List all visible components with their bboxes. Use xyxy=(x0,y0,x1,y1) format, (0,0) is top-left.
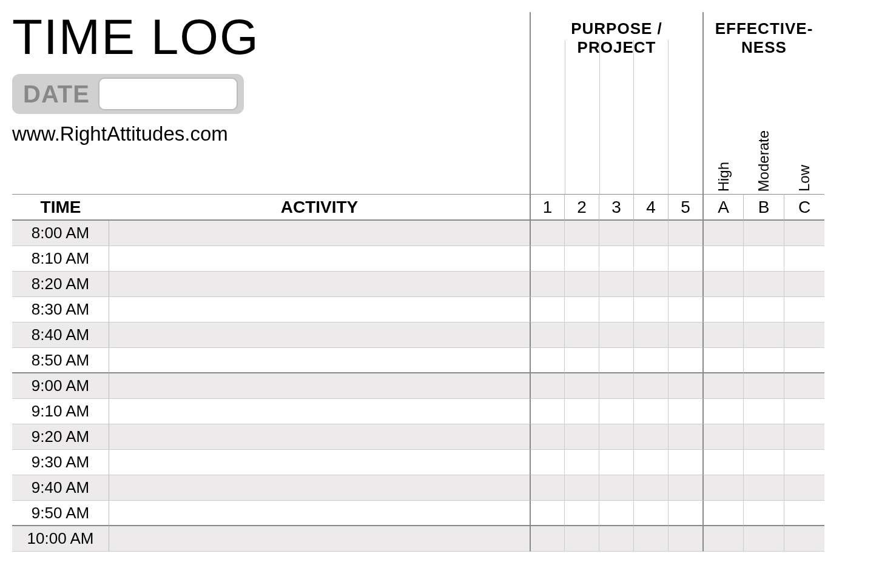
purpose-2-cell[interactable] xyxy=(564,501,599,526)
eff-c-cell[interactable] xyxy=(784,373,824,399)
eff-b-cell[interactable] xyxy=(743,424,784,450)
purpose-4-cell[interactable] xyxy=(633,475,668,501)
purpose-1-cell[interactable] xyxy=(530,272,564,297)
eff-c-cell[interactable] xyxy=(784,424,824,450)
purpose-3-cell[interactable] xyxy=(599,221,633,246)
purpose-1-cell[interactable] xyxy=(530,373,564,399)
purpose-4-cell[interactable] xyxy=(633,501,668,526)
eff-c-cell[interactable] xyxy=(784,399,824,424)
purpose-5-cell[interactable] xyxy=(668,348,702,373)
eff-a-cell[interactable] xyxy=(702,450,743,475)
eff-c-cell[interactable] xyxy=(784,475,824,501)
eff-b-cell[interactable] xyxy=(743,450,784,475)
purpose-3-cell[interactable] xyxy=(599,322,633,348)
activity-cell[interactable] xyxy=(109,373,530,399)
purpose-2-cell[interactable] xyxy=(564,272,599,297)
eff-c-cell[interactable] xyxy=(784,322,824,348)
eff-a-cell[interactable] xyxy=(702,272,743,297)
activity-cell[interactable] xyxy=(109,272,530,297)
eff-b-cell[interactable] xyxy=(743,322,784,348)
activity-cell[interactable] xyxy=(109,246,530,272)
purpose-5-cell[interactable] xyxy=(668,246,702,272)
eff-b-cell[interactable] xyxy=(743,373,784,399)
eff-c-cell[interactable] xyxy=(784,526,824,552)
purpose-3-cell[interactable] xyxy=(599,272,633,297)
purpose-2-cell[interactable] xyxy=(564,348,599,373)
purpose-1-cell[interactable] xyxy=(530,348,564,373)
eff-a-cell[interactable] xyxy=(702,221,743,246)
purpose-2-cell[interactable] xyxy=(564,221,599,246)
eff-a-cell[interactable] xyxy=(702,526,743,552)
purpose-5-cell[interactable] xyxy=(668,501,702,526)
activity-cell[interactable] xyxy=(109,348,530,373)
purpose-1-cell[interactable] xyxy=(530,526,564,552)
purpose-3-cell[interactable] xyxy=(599,450,633,475)
purpose-5-cell[interactable] xyxy=(668,450,702,475)
eff-b-cell[interactable] xyxy=(743,272,784,297)
purpose-5-cell[interactable] xyxy=(668,322,702,348)
eff-c-cell[interactable] xyxy=(784,348,824,373)
eff-b-cell[interactable] xyxy=(743,526,784,552)
eff-b-cell[interactable] xyxy=(743,501,784,526)
purpose-4-cell[interactable] xyxy=(633,399,668,424)
activity-cell[interactable] xyxy=(109,526,530,552)
date-input[interactable] xyxy=(98,78,238,110)
eff-a-cell[interactable] xyxy=(702,501,743,526)
eff-b-cell[interactable] xyxy=(743,348,784,373)
eff-b-cell[interactable] xyxy=(743,246,784,272)
purpose-3-cell[interactable] xyxy=(599,297,633,322)
purpose-4-cell[interactable] xyxy=(633,297,668,322)
purpose-3-cell[interactable] xyxy=(599,246,633,272)
purpose-3-cell[interactable] xyxy=(599,501,633,526)
purpose-4-cell[interactable] xyxy=(633,424,668,450)
eff-a-cell[interactable] xyxy=(702,348,743,373)
purpose-4-cell[interactable] xyxy=(633,373,668,399)
purpose-5-cell[interactable] xyxy=(668,297,702,322)
purpose-2-cell[interactable] xyxy=(564,526,599,552)
purpose-3-cell[interactable] xyxy=(599,348,633,373)
purpose-5-cell[interactable] xyxy=(668,373,702,399)
purpose-4-cell[interactable] xyxy=(633,450,668,475)
eff-b-cell[interactable] xyxy=(743,297,784,322)
purpose-1-cell[interactable] xyxy=(530,424,564,450)
purpose-4-cell[interactable] xyxy=(633,246,668,272)
eff-a-cell[interactable] xyxy=(702,399,743,424)
purpose-4-cell[interactable] xyxy=(633,526,668,552)
eff-a-cell[interactable] xyxy=(702,322,743,348)
purpose-1-cell[interactable] xyxy=(530,297,564,322)
purpose-2-cell[interactable] xyxy=(564,399,599,424)
purpose-1-cell[interactable] xyxy=(530,221,564,246)
activity-cell[interactable] xyxy=(109,221,530,246)
purpose-5-cell[interactable] xyxy=(668,526,702,552)
eff-a-cell[interactable] xyxy=(702,297,743,322)
activity-cell[interactable] xyxy=(109,297,530,322)
purpose-5-cell[interactable] xyxy=(668,424,702,450)
eff-b-cell[interactable] xyxy=(743,221,784,246)
activity-cell[interactable] xyxy=(109,322,530,348)
purpose-5-cell[interactable] xyxy=(668,475,702,501)
eff-b-cell[interactable] xyxy=(743,475,784,501)
purpose-2-cell[interactable] xyxy=(564,450,599,475)
purpose-1-cell[interactable] xyxy=(530,475,564,501)
eff-c-cell[interactable] xyxy=(784,297,824,322)
purpose-2-cell[interactable] xyxy=(564,373,599,399)
purpose-3-cell[interactable] xyxy=(599,526,633,552)
activity-cell[interactable] xyxy=(109,399,530,424)
purpose-4-cell[interactable] xyxy=(633,272,668,297)
eff-c-cell[interactable] xyxy=(784,272,824,297)
eff-a-cell[interactable] xyxy=(702,475,743,501)
eff-c-cell[interactable] xyxy=(784,221,824,246)
purpose-1-cell[interactable] xyxy=(530,322,564,348)
activity-cell[interactable] xyxy=(109,501,530,526)
purpose-5-cell[interactable] xyxy=(668,272,702,297)
activity-cell[interactable] xyxy=(109,475,530,501)
eff-c-cell[interactable] xyxy=(784,450,824,475)
purpose-1-cell[interactable] xyxy=(530,450,564,475)
purpose-2-cell[interactable] xyxy=(564,246,599,272)
purpose-2-cell[interactable] xyxy=(564,322,599,348)
purpose-3-cell[interactable] xyxy=(599,475,633,501)
purpose-4-cell[interactable] xyxy=(633,322,668,348)
purpose-1-cell[interactable] xyxy=(530,246,564,272)
activity-cell[interactable] xyxy=(109,424,530,450)
purpose-5-cell[interactable] xyxy=(668,399,702,424)
